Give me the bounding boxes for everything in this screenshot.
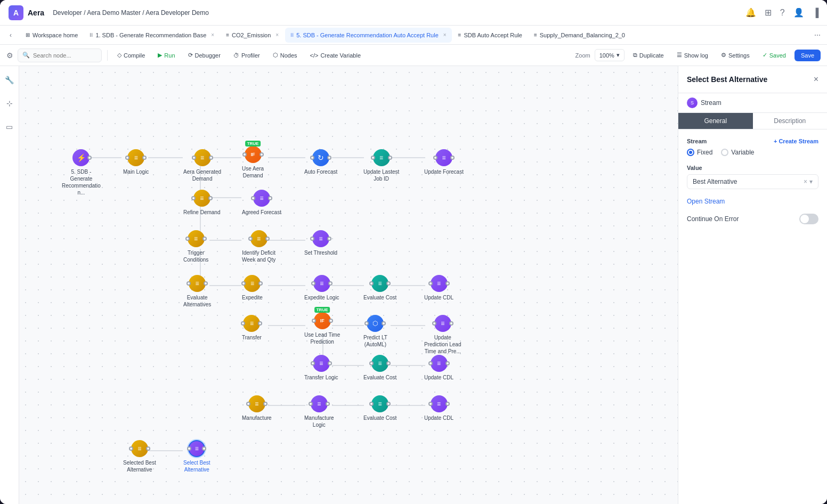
show-log-button[interactable]: ☰ Show log	[672, 50, 712, 61]
node-selected-best[interactable]: ≡ Selected BestAlternative	[123, 440, 156, 473]
node-eval-cost-2[interactable]: ≡ Evaluate Cost	[363, 355, 396, 381]
left-sidebar: 🔧 ⊹ ▭	[0, 66, 19, 504]
tab-sdb5-close[interactable]: ×	[443, 32, 447, 38]
nodes-button[interactable]: ⬡ Nodes	[269, 50, 302, 61]
node-update-pred-lt[interactable]: ≡ UpdatePrediction LeadTime and Pre...	[424, 315, 461, 355]
node-deficit-label: Identify DeficitWeek and Qty	[242, 249, 275, 263]
node-sel-best2-circle: ≡	[188, 440, 205, 457]
help-icon[interactable]: ?	[780, 8, 785, 18]
node-trigger-cond[interactable]: ≡ TriggerConditions	[183, 230, 208, 263]
settings-button[interactable]: ⚙ Settings	[717, 50, 754, 61]
tab-co2-close[interactable]: ×	[275, 32, 279, 38]
tab-sdbauto[interactable]: ≡ SDB Auto Accept Rule	[453, 28, 528, 43]
clear-value-icon[interactable]: ×	[804, 178, 807, 185]
value-label: Value	[687, 165, 818, 171]
node-select-best[interactable]: ≡ Select BestAlternative	[183, 440, 210, 473]
workflow-canvas[interactable]: ⚡ 5. SDB -GenerateRecommendation... ≡ Ma…	[19, 66, 678, 504]
node-trans-logic-right-dot	[328, 361, 332, 365]
sidebar-hierarchy-icon[interactable]: ⊹	[2, 96, 17, 111]
node-aera-generated[interactable]: ≡ Aera GeneratedDemand	[183, 149, 221, 182]
create-stream-link[interactable]: + Create Stream	[774, 138, 818, 144]
tab-workspace[interactable]: ⊞ Workspace home	[20, 28, 83, 43]
breadcrumb-text: Developer / Aera Demo Master / Aera Deve…	[53, 9, 209, 17]
node-expedite[interactable]: ≡ Expedite	[242, 275, 263, 301]
stream-label: Stream	[701, 99, 721, 107]
compile-button[interactable]: ◇ Compile	[113, 50, 149, 61]
node-auto-forecast[interactable]: ↻ Auto Forecast	[304, 149, 337, 175]
connections-svg	[19, 66, 678, 504]
node-transfer-left-dot	[241, 321, 245, 326]
node-manufacture[interactable]: ≡ Manufacture	[242, 395, 272, 421]
tab-co2[interactable]: ≡ CO2_Emission ×	[221, 28, 284, 43]
open-stream-link[interactable]: Open Stream	[687, 198, 725, 205]
node-transfer-logic[interactable]: ≡ Transfer Logic	[304, 355, 338, 381]
node-refine-demand[interactable]: ≡ Refine Demand	[183, 190, 220, 216]
node-update-cdl-1[interactable]: ≡ Update CDL	[424, 275, 453, 301]
node-main-logic[interactable]: ≡ Main Logic	[123, 149, 149, 175]
node-use-aera[interactable]: IF TRUE Use AeraDemand	[242, 146, 264, 179]
node-use-aera-right-dot	[260, 152, 264, 157]
panel-tab-general[interactable]: General	[678, 113, 753, 129]
duplicate-button[interactable]: ⧉ Duplicate	[629, 50, 668, 61]
node-sdb5-label: 5. SDB -GenerateRecommendation...	[62, 168, 101, 196]
node-update-forecast[interactable]: ≡ Update Forecast	[424, 149, 464, 175]
panel-close-button[interactable]: ×	[814, 75, 818, 84]
create-variable-button[interactable]: </> Create Variable	[306, 50, 366, 61]
debugger-button[interactable]: ⟳ Debugger	[184, 50, 225, 61]
node-evaluate-alt[interactable]: ≡ EvaluateAlternatives	[183, 275, 211, 308]
node-mfg-logic-left-dot	[309, 402, 313, 406]
tab-sdb5[interactable]: ⁞⁞ 5. SDB - Generate Recommendation Auto…	[285, 28, 451, 43]
node-trigger-left-dot	[185, 237, 190, 241]
back-button[interactable]: ‹	[4, 29, 17, 42]
node-eval-cost-3[interactable]: ≡ Evaluate Cost	[363, 395, 396, 421]
sdb1-icon: ⁞⁞	[90, 32, 93, 38]
tab-sdb1-close[interactable]: ×	[211, 32, 214, 38]
radio-variable[interactable]: Variable	[721, 149, 754, 156]
sidebar-panel-icon[interactable]: ▭	[2, 119, 17, 134]
node-set-threshold[interactable]: ≡ Set Threshold	[304, 230, 337, 256]
search-input[interactable]	[33, 52, 97, 59]
node-cdl3-label: Update CDL	[424, 414, 453, 421]
node-deficit-left-dot	[248, 237, 253, 241]
node-use-lead-time[interactable]: IF TRUE Use Lead TimePrediction	[304, 312, 340, 345]
tab-supply[interactable]: ≡ Supply_Demand_Balancing_2_0	[529, 28, 630, 43]
settings-icon[interactable]: ⚙	[6, 51, 13, 60]
node-mfg-logic[interactable]: ≡ ManufactureLogic	[304, 395, 334, 428]
node-eval-cost2-right-dot	[386, 361, 391, 365]
run-button[interactable]: ▶ Run	[153, 50, 179, 61]
panel-tab-description[interactable]: Description	[753, 113, 828, 129]
sidebar-toggle-icon[interactable]: ▐	[813, 8, 818, 18]
value-select[interactable]: Best Alternative × ▾	[687, 174, 818, 189]
node-agreed-forecast[interactable]: ≡ Agreed Forecast	[242, 190, 281, 216]
node-update-cdl-3[interactable]: ≡ Update CDL	[424, 395, 453, 421]
radio-fixed[interactable]: Fixed	[687, 149, 712, 156]
node-cdl1-left-dot	[428, 281, 433, 286]
bell-icon[interactable]: 🔔	[745, 7, 756, 18]
sidebar-tool-icon[interactable]: 🔧	[2, 72, 17, 87]
node-expedite-circle: ≡	[244, 275, 261, 292]
user-icon[interactable]: 👤	[793, 7, 804, 18]
radio-group: Fixed Variable	[687, 149, 818, 156]
node-eval-cost-1[interactable]: ≡ Evaluate Cost	[363, 275, 396, 301]
workflow-area: ⚡ 5. SDB -GenerateRecommendation... ≡ Ma…	[19, 66, 678, 504]
node-predict-lt[interactable]: ⬡ Predict LT(AutoML)	[363, 315, 387, 348]
node-sdb5[interactable]: ⚡ 5. SDB -GenerateRecommendation...	[62, 149, 101, 196]
node-identify-deficit[interactable]: ≡ Identify DeficitWeek and Qty	[242, 230, 275, 263]
node-expedite-logic[interactable]: ≡ Expedite Logic	[304, 275, 339, 301]
tab-more-button[interactable]: ⋯	[812, 29, 823, 41]
node-update-latest[interactable]: ≡ Update LastestJob ID	[363, 149, 399, 182]
save-button[interactable]: Save	[794, 50, 821, 61]
node-update-cdl-2[interactable]: ≡ Update CDL	[424, 355, 453, 381]
tab-sdb1[interactable]: ⁞⁞ 1. SDB - Generate Recommendation Base…	[84, 28, 220, 43]
duplicate-icon: ⧉	[633, 52, 637, 59]
node-trigger-label: TriggerConditions	[183, 249, 208, 263]
continue-on-error-toggle[interactable]	[799, 214, 818, 224]
node-transfer[interactable]: ≡ Transfer	[242, 315, 262, 341]
zoom-control[interactable]: 100% ▾	[595, 49, 625, 61]
profiler-button[interactable]: ⏱ Profiler	[229, 50, 264, 61]
node-auto-forecast-left-dot	[310, 156, 314, 160]
node-trans-logic-label: Transfer Logic	[304, 374, 338, 381]
grid-icon[interactable]: ⊞	[765, 7, 772, 18]
app-logo: A Aera	[9, 5, 44, 20]
node-exp-logic-left-dot	[311, 281, 315, 286]
